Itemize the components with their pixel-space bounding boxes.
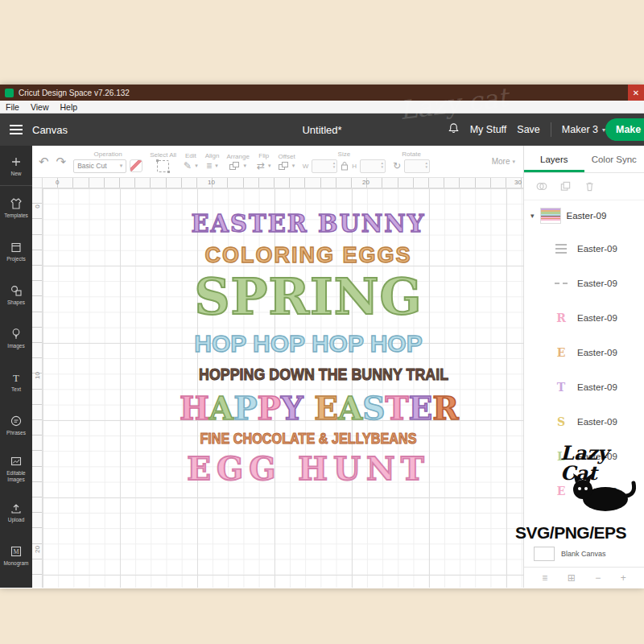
ruler-number: 20 — [362, 179, 369, 186]
offset-group: Offset ▾ — [278, 153, 295, 171]
rotate-icon[interactable]: ↻ — [393, 161, 401, 171]
save-button[interactable]: Save — [517, 124, 540, 135]
layer-row[interactable]: E Easter-09 — [524, 473, 644, 508]
canvas-grid[interactable]: EASTER BUNNY COLORING EGGS SPRING HOP HO… — [43, 188, 523, 588]
design-text-happy-easter[interactable]: HAPPY EASTER — [180, 388, 437, 428]
tab-color-sync[interactable]: Color Sync — [584, 146, 644, 172]
sidebar-item-editable-images[interactable]: Editable Images — [0, 447, 32, 490]
design-text-hop-hop[interactable]: HOP HOP HOP HOP — [180, 328, 437, 360]
rotate-group: Rotate ↻ ▴▾ — [393, 151, 430, 173]
design-text-spring[interactable]: SPRING — [180, 270, 437, 324]
sidebar-item-text[interactable]: T Text — [0, 360, 32, 403]
layer-group-row[interactable]: ▾ Easter-09 — [524, 200, 644, 231]
image-edit-icon — [10, 455, 23, 468]
machine-selector[interactable]: Maker 3 ▾ — [562, 124, 605, 135]
window-close-button[interactable]: ✕ — [628, 85, 644, 101]
design-text-bunny-trail[interactable]: HOPPING DOWN THE BUNNY TRAIL — [199, 362, 418, 386]
design-text-coloring-eggs[interactable]: COLORING EGGS — [180, 240, 437, 270]
tab-layers[interactable]: Layers — [524, 146, 584, 172]
sidebar-item-projects[interactable]: Projects — [0, 229, 32, 273]
panel-tabs: Layers Color Sync — [524, 146, 644, 173]
sidebar-item-monogram[interactable]: M Monogram — [0, 534, 32, 577]
list-view-icon[interactable]: ≡ — [542, 572, 547, 584]
layer-row[interactable]: Easter-09 — [524, 231, 644, 266]
layer-row[interactable]: Easter-09 — [524, 266, 644, 300]
svg-text:T: T — [13, 371, 19, 383]
window-title: Cricut Design Space v7.26.132 — [19, 89, 130, 97]
flip-icon[interactable]: ⇄ — [257, 161, 265, 171]
trash-icon[interactable] — [584, 180, 596, 192]
size-group: Size W ▴▾ H ▴▾ — [303, 151, 386, 173]
layer-thumbnail: S — [551, 414, 571, 430]
menu-file[interactable]: File — [6, 102, 19, 112]
redo-icon[interactable]: ↷ — [56, 155, 67, 167]
ruler-number: 30 — [514, 179, 522, 186]
select-all-group: Select All — [150, 151, 176, 172]
design-text-easter-bunny[interactable]: EASTER BUNNY — [180, 208, 437, 240]
zoom-out-icon[interactable]: − — [595, 572, 601, 584]
ruler-number: 0 — [34, 201, 41, 212]
ruler-number: 10 — [208, 179, 215, 186]
edit-toolbar: ↶ ↷ Operation Basic Cut ▾ Select All — [32, 146, 523, 178]
grid-view-icon[interactable]: ⊞ — [568, 572, 576, 584]
lock-icon[interactable] — [341, 161, 349, 171]
header-divider — [551, 122, 551, 137]
slice-icon[interactable] — [535, 180, 547, 192]
ruler-number: 20 — [34, 544, 41, 555]
sidebar-item-new[interactable]: New — [0, 147, 32, 186]
text-icon: T — [10, 371, 23, 384]
design-text-egg-hunt[interactable]: EGG HUNT — [180, 449, 437, 488]
operation-group: Operation Basic Cut ▾ — [73, 151, 142, 173]
chevron-down-icon: ▾ — [268, 163, 271, 169]
chevron-down-icon: ▾ — [292, 163, 295, 169]
sidebar-item-images[interactable]: Images — [0, 316, 32, 360]
blank-canvas-row[interactable]: Blank Canvas — [524, 541, 644, 567]
width-input[interactable]: ▴▾ — [312, 159, 337, 173]
edit-group: Edit ✎ ▾ — [184, 152, 198, 171]
offset-icon[interactable] — [279, 162, 289, 171]
color-swatch[interactable] — [130, 159, 142, 172]
shirt-icon — [10, 197, 23, 210]
sidebar-item-templates[interactable]: Templates — [0, 186, 32, 229]
zoom-in-icon[interactable]: + — [621, 572, 626, 584]
arrange-icon[interactable] — [229, 162, 240, 171]
chevron-expand-icon[interactable]: ▾ — [530, 212, 535, 220]
app-window: Cricut Design Space v7.26.132 ✕ File Vie… — [0, 85, 644, 588]
more-menu[interactable]: More ▾ — [492, 157, 517, 166]
app-logo-icon — [5, 89, 14, 97]
layer-row[interactable]: E Easter-09 — [524, 335, 644, 369]
chevron-down-icon: ▾ — [215, 163, 218, 169]
chevron-down-icon: ▾ — [120, 163, 123, 169]
canvas-area[interactable]: 0 10 20 30 0 10 20 EASTER BUNNY COLORING… — [32, 178, 523, 588]
layer-row[interactable]: R Easter-09 — [524, 300, 644, 335]
sidebar-item-shapes[interactable]: Shapes — [0, 273, 32, 316]
ruler-vertical: 0 10 20 — [32, 188, 43, 588]
design-group[interactable]: EASTER BUNNY COLORING EGGS SPRING HOP HO… — [180, 208, 437, 488]
make-button[interactable]: Make — [605, 118, 644, 141]
canvas-breadcrumb[interactable]: Canvas — [32, 124, 68, 136]
operation-select[interactable]: Basic Cut ▾ — [73, 159, 126, 173]
chevron-down-icon: ▾ — [243, 163, 246, 169]
design-text-fine-chocolate[interactable]: FINE CHOCOLATE & JELLYBEANS — [192, 428, 424, 449]
duplicate-icon[interactable] — [559, 180, 572, 192]
hamburger-menu-icon[interactable] — [0, 125, 32, 134]
pencil-icon[interactable]: ✎ — [184, 161, 192, 171]
height-input[interactable]: ▴▾ — [360, 159, 386, 173]
my-stuff-link[interactable]: My Stuff — [470, 124, 507, 135]
rotate-input[interactable]: ▴▾ — [404, 159, 430, 173]
sidebar-item-phrases[interactable]: Phrases — [0, 403, 32, 447]
layer-row[interactable]: T Easter-09 — [524, 369, 644, 404]
layer-row[interactable]: S Easter-09 — [524, 404, 644, 439]
layer-thumbnail: E — [551, 483, 571, 499]
select-all-icon[interactable] — [157, 160, 169, 172]
menu-view[interactable]: View — [31, 102, 49, 112]
sidebar-item-upload[interactable]: Upload — [0, 490, 32, 534]
ruler-number: 0 — [56, 179, 59, 186]
layer-row[interactable]: L Easter-09 — [524, 439, 644, 473]
undo-icon[interactable]: ↶ — [39, 155, 49, 167]
flip-group: Flip ⇄ ▾ — [257, 152, 271, 171]
notifications-bell-icon[interactable] — [448, 122, 460, 137]
align-icon[interactable]: ≡ — [206, 161, 212, 171]
menu-help[interactable]: Help — [60, 102, 78, 112]
arrange-group: Arrange ▾ — [226, 153, 249, 171]
